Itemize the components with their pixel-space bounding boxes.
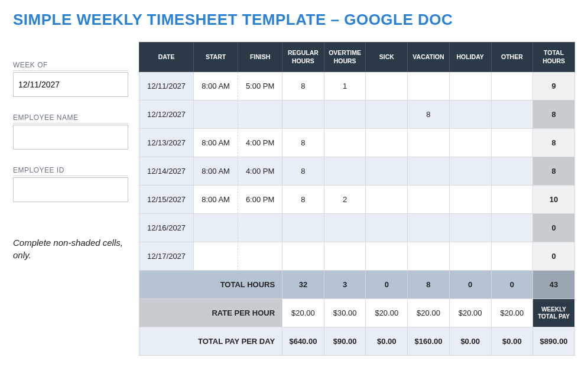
cell-overtime[interactable]: 1 xyxy=(324,72,366,100)
cell-start[interactable] xyxy=(194,214,238,242)
cell-finish[interactable] xyxy=(238,214,282,242)
cell-holiday[interactable] xyxy=(449,72,491,100)
cell-total: 8 xyxy=(533,100,575,129)
cell-finish[interactable]: 6:00 PM xyxy=(238,186,282,214)
cell-date: 12/16/2027 xyxy=(139,214,194,242)
header-sick: SICK xyxy=(366,43,408,72)
page-title: SIMPLE WEEKLY TIMESHEET TEMPLATE – GOOGL… xyxy=(13,11,575,29)
cell-finish[interactable]: 4:00 PM xyxy=(238,157,282,186)
instruction-note: Complete non-shaded cells, only. xyxy=(13,236,128,261)
rate-other[interactable]: $20.00 xyxy=(491,299,533,327)
cell-other[interactable] xyxy=(491,214,533,242)
cell-start[interactable] xyxy=(194,100,238,129)
cell-other[interactable] xyxy=(491,242,533,271)
cell-overtime[interactable] xyxy=(324,100,366,129)
cell-sick[interactable] xyxy=(366,242,408,271)
cell-other[interactable] xyxy=(491,72,533,100)
sidebar: WEEK OF EMPLOYEE NAME EMPLOYEE ID Comple… xyxy=(13,42,128,356)
cell-vacation[interactable] xyxy=(408,157,450,186)
total-pay-total: $890.00 xyxy=(533,327,575,356)
week-of-label: WEEK OF xyxy=(13,61,128,71)
cell-regular[interactable] xyxy=(282,100,324,129)
cell-regular[interactable]: 8 xyxy=(282,157,324,186)
cell-regular[interactable] xyxy=(282,242,324,271)
cell-date: 12/12/2027 xyxy=(139,100,194,129)
cell-overtime[interactable] xyxy=(324,242,366,271)
cell-finish[interactable] xyxy=(238,242,282,271)
employee-id-group: EMPLOYEE ID xyxy=(13,166,128,202)
cell-regular[interactable] xyxy=(282,214,324,242)
cell-other[interactable] xyxy=(491,100,533,129)
total-pay-sick: $0.00 xyxy=(366,327,408,356)
cell-finish[interactable]: 4:00 PM xyxy=(238,129,282,157)
employee-name-input[interactable] xyxy=(13,125,128,150)
cell-finish[interactable]: 5:00 PM xyxy=(238,72,282,100)
cell-overtime[interactable] xyxy=(324,214,366,242)
total-hours-regular: 32 xyxy=(282,271,324,299)
cell-holiday[interactable] xyxy=(449,129,491,157)
cell-total: 10 xyxy=(533,186,575,214)
cell-overtime[interactable]: 2 xyxy=(324,186,366,214)
cell-sick[interactable] xyxy=(366,72,408,100)
cell-vacation[interactable] xyxy=(408,72,450,100)
cell-date: 12/15/2027 xyxy=(139,186,194,214)
cell-overtime[interactable] xyxy=(324,129,366,157)
header-row: DATE START FINISH REGULAR HOURS OVERTIME… xyxy=(139,43,575,72)
cell-vacation[interactable] xyxy=(408,129,450,157)
header-other: OTHER xyxy=(491,43,533,72)
cell-sick[interactable] xyxy=(366,157,408,186)
cell-holiday[interactable] xyxy=(449,242,491,271)
employee-id-input[interactable] xyxy=(13,177,128,202)
cell-other[interactable] xyxy=(491,157,533,186)
rate-overtime[interactable]: $30.00 xyxy=(324,299,366,327)
week-of-input[interactable] xyxy=(13,72,128,97)
cell-finish[interactable] xyxy=(238,100,282,129)
cell-vacation[interactable] xyxy=(408,242,450,271)
cell-vacation[interactable]: 8 xyxy=(408,100,450,129)
rate-holiday[interactable]: $20.00 xyxy=(449,299,491,327)
cell-holiday[interactable] xyxy=(449,100,491,129)
cell-holiday[interactable] xyxy=(449,186,491,214)
header-holiday: HOLIDAY xyxy=(449,43,491,72)
cell-total: 9 xyxy=(533,72,575,100)
rate-row: RATE PER HOUR $20.00 $30.00 $20.00 $20.0… xyxy=(139,299,575,327)
cell-overtime[interactable] xyxy=(324,157,366,186)
cell-vacation[interactable] xyxy=(408,214,450,242)
cell-start[interactable]: 8:00 AM xyxy=(194,186,238,214)
cell-regular[interactable]: 8 xyxy=(282,186,324,214)
cell-start[interactable]: 8:00 AM xyxy=(194,157,238,186)
cell-regular[interactable]: 8 xyxy=(282,72,324,100)
cell-sick[interactable] xyxy=(366,214,408,242)
total-hours-row: TOTAL HOURS 32 3 0 8 0 0 43 xyxy=(139,271,575,299)
cell-start[interactable]: 8:00 AM xyxy=(194,129,238,157)
cell-vacation[interactable] xyxy=(408,186,450,214)
table-row: 12/17/20270 xyxy=(139,242,575,271)
cell-holiday[interactable] xyxy=(449,214,491,242)
cell-start[interactable] xyxy=(194,242,238,271)
cell-sick[interactable] xyxy=(366,186,408,214)
cell-start[interactable]: 8:00 AM xyxy=(194,72,238,100)
total-hours-holiday: 0 xyxy=(449,271,491,299)
cell-total: 0 xyxy=(533,242,575,271)
header-vacation: VACATION xyxy=(408,43,450,72)
header-date: DATE xyxy=(139,43,194,72)
rate-vacation[interactable]: $20.00 xyxy=(408,299,450,327)
cell-other[interactable] xyxy=(491,129,533,157)
cell-sick[interactable] xyxy=(366,129,408,157)
cell-date: 12/11/2027 xyxy=(139,72,194,100)
rate-sick[interactable]: $20.00 xyxy=(366,299,408,327)
cell-holiday[interactable] xyxy=(449,157,491,186)
rate-regular[interactable]: $20.00 xyxy=(282,299,324,327)
total-pay-other: $0.00 xyxy=(491,327,533,356)
table-row: 12/13/20278:00 AM4:00 PM88 xyxy=(139,129,575,157)
main-layout: WEEK OF EMPLOYEE NAME EMPLOYEE ID Comple… xyxy=(13,42,575,356)
header-total: TOTAL HOURS xyxy=(533,43,575,72)
employee-name-label: EMPLOYEE NAME xyxy=(13,113,128,124)
cell-regular[interactable]: 8 xyxy=(282,129,324,157)
cell-other[interactable] xyxy=(491,186,533,214)
cell-total: 8 xyxy=(533,129,575,157)
table-row: 12/15/20278:00 AM6:00 PM8210 xyxy=(139,186,575,214)
cell-sick[interactable] xyxy=(366,100,408,129)
cell-date: 12/14/2027 xyxy=(139,157,194,186)
total-pay-vacation: $160.00 xyxy=(408,327,450,356)
